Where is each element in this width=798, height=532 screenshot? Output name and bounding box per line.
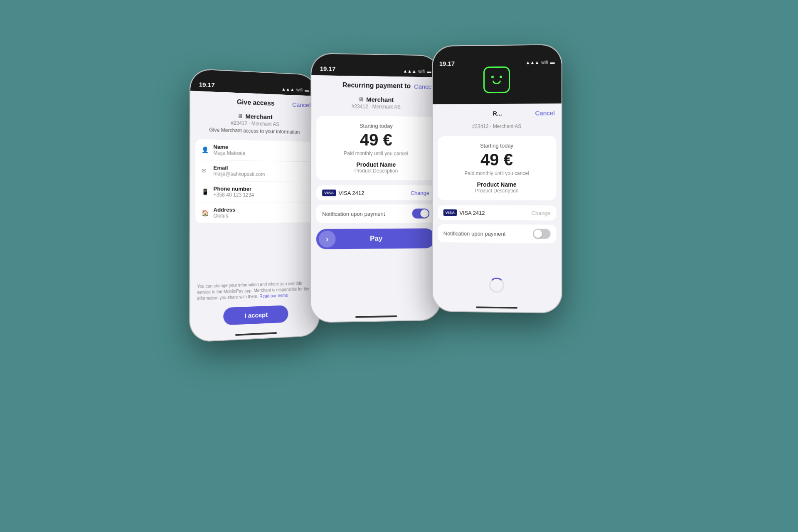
visa-badge-2: VISA bbox=[322, 190, 336, 196]
face-id-mouth bbox=[493, 80, 501, 84]
cancel-button-2[interactable]: Cancel bbox=[414, 83, 433, 90]
signal-icon-3: ▲▲▲ bbox=[526, 60, 539, 65]
screen-header-2: Recurring payment to Cancel bbox=[311, 75, 439, 94]
product-name-3: Product Name bbox=[443, 181, 551, 188]
footer-text-1: You can change your information and wher… bbox=[190, 276, 319, 306]
home-indicator-2 bbox=[311, 311, 441, 322]
battery-icon-2: ▬ bbox=[427, 69, 431, 74]
header-title-3: R... bbox=[493, 110, 502, 116]
visa-number-3: VISA 2412 bbox=[459, 209, 485, 216]
billing-desc-3: Paid monthly until you cancel bbox=[443, 170, 551, 176]
screen-header-3: R... Cancel bbox=[433, 103, 562, 121]
screen-2: Recurring payment to Cancel 🖥 Merchant #… bbox=[311, 75, 440, 313]
address-value: Oletus bbox=[213, 213, 235, 219]
merchant-section-2: 🖥 Merchant #23412 · Merchant AS bbox=[311, 92, 440, 114]
phones-container: 19.17 ▲▲▲ wifi ▬ Give access Cancel 🖥 Me… bbox=[170, 37, 628, 495]
merchant-id-2: #23412 · Merchant AS bbox=[352, 103, 401, 110]
status-time-3: 19.17 bbox=[439, 60, 455, 67]
payment-card-3: Starting today 49 € Paid monthly until y… bbox=[438, 135, 557, 200]
merchant-id-3: #23412 · Merchant AS bbox=[472, 123, 522, 130]
cancel-button-3[interactable]: Cancel bbox=[535, 109, 555, 116]
status-icons-1: ▲▲▲ wifi ▬ bbox=[281, 86, 309, 92]
phone-value: +358 40 123 1234 bbox=[213, 192, 254, 198]
visa-row-2: VISA VISA 2412 Change bbox=[316, 185, 435, 200]
screen-3: R... Cancel #23412 · Merchant AS Startin… bbox=[433, 103, 562, 304]
merchant-id-1: #23412 · Merchant AS bbox=[231, 120, 279, 127]
notification-label-3: Notification upon payment bbox=[443, 230, 506, 237]
name-label: Name bbox=[213, 144, 245, 151]
visa-row-3: VISA VISA 2412 Change bbox=[438, 205, 557, 221]
email-row: ✉ Email maija@sahkoposti.com bbox=[195, 160, 313, 182]
pay-button[interactable]: › Pay bbox=[316, 228, 435, 249]
phone-label: Phone number bbox=[213, 185, 254, 192]
face-id-icon bbox=[483, 66, 510, 93]
merchant-icon-1: 🖥 bbox=[238, 113, 243, 119]
signal-icon-2: ▲▲▲ bbox=[403, 69, 416, 74]
merchant-name-1: Merchant bbox=[245, 113, 272, 121]
signal-icon-1: ▲▲▲ bbox=[281, 86, 294, 92]
accept-button[interactable]: I accept bbox=[223, 305, 288, 325]
face-id-eye-left bbox=[491, 76, 494, 78]
merchant-name-2: Merchant bbox=[366, 96, 394, 103]
product-name-2: Product Name bbox=[322, 161, 429, 168]
home-bar-1 bbox=[235, 332, 277, 336]
terms-link-1[interactable]: Read our terms bbox=[259, 293, 288, 298]
pay-arrow-icon: › bbox=[319, 231, 336, 248]
name-row: 👤 Name Maija Maksaja bbox=[195, 139, 313, 162]
visa-badge-3: VISA bbox=[443, 209, 457, 216]
notification-row-2: Notification upon payment bbox=[316, 204, 435, 223]
merchant-icon-2: 🖥 bbox=[358, 96, 364, 102]
visa-number-2: VISA 2412 bbox=[339, 190, 365, 196]
billing-desc-2: Paid monthly until you cancel bbox=[322, 150, 429, 157]
notification-toggle-2[interactable] bbox=[412, 209, 430, 219]
home-indicator-3 bbox=[433, 303, 562, 313]
status-time-2: 19.17 bbox=[320, 65, 336, 72]
change-link-2[interactable]: Change bbox=[411, 190, 429, 196]
merchant-desc-1: Give Merchant access to your information bbox=[209, 127, 300, 135]
toggle-knob-2 bbox=[420, 209, 429, 218]
phone-icon: 📱 bbox=[202, 188, 209, 195]
person-icon: 👤 bbox=[202, 146, 209, 153]
wifi-icon-2: wifi bbox=[419, 69, 425, 74]
notification-label-2: Notification upon payment bbox=[322, 210, 385, 217]
face-id-eye-right bbox=[500, 75, 502, 78]
battery-icon-3: ▬ bbox=[550, 59, 555, 64]
payment-card-2: Starting today 49 € Paid monthly until y… bbox=[316, 116, 435, 180]
email-value: maija@sahkoposti.com bbox=[213, 171, 265, 177]
price-2: 49 € bbox=[322, 130, 429, 149]
address-label: Address bbox=[213, 207, 235, 213]
notification-row-3: Notification upon payment bbox=[438, 224, 557, 243]
face-id-overlay: 19.17 ▲▲▲ wifi ▬ bbox=[433, 45, 562, 104]
info-card-1: 👤 Name Maija Maksaja ✉ Email maija@sahko… bbox=[195, 139, 313, 224]
starting-today-3: Starting today bbox=[443, 143, 551, 149]
product-desc-2: Product Description bbox=[322, 168, 429, 174]
merchant-section-3: #23412 · Merchant AS bbox=[433, 120, 562, 134]
address-icon: 🏠 bbox=[202, 209, 209, 216]
email-icon: ✉ bbox=[202, 167, 209, 174]
change-link-3: Change bbox=[532, 210, 551, 216]
phone-face-id: 19.17 ▲▲▲ wifi ▬ R. bbox=[433, 45, 562, 313]
starting-today-2: Starting today bbox=[322, 122, 429, 129]
merchant-section-1: 🖥 Merchant #23412 · Merchant AS Give Mer… bbox=[190, 108, 317, 140]
header-title-2: Recurring payment to bbox=[342, 81, 411, 90]
wifi-icon-1: wifi bbox=[296, 87, 303, 92]
battery-icon-1: ▬ bbox=[305, 88, 309, 93]
name-value: Maija Maksaja bbox=[213, 150, 245, 156]
phone-row: 📱 Phone number +358 40 123 1234 bbox=[195, 181, 313, 202]
pay-label: Pay bbox=[370, 234, 382, 243]
notification-toggle-3 bbox=[533, 229, 550, 239]
product-desc-3: Product Description bbox=[443, 188, 551, 194]
phone-give-access: 19.17 ▲▲▲ wifi ▬ Give access Cancel 🖥 Me… bbox=[190, 69, 319, 341]
address-row: 🏠 Address Oletus bbox=[195, 202, 313, 223]
status-bar-2: 19.17 ▲▲▲ wifi ▬ bbox=[311, 54, 439, 77]
price-3: 49 € bbox=[443, 150, 551, 169]
status-time-1: 19.17 bbox=[199, 81, 215, 89]
cancel-button-1[interactable]: Cancel bbox=[292, 101, 310, 108]
loading-spinner-container bbox=[433, 269, 562, 302]
home-bar-3 bbox=[476, 306, 517, 308]
home-bar-2 bbox=[355, 315, 397, 318]
email-label: Email bbox=[213, 165, 265, 172]
header-title-1: Give access bbox=[237, 99, 275, 107]
screen-1: Give access Cancel 🖥 Merchant #23412 · M… bbox=[190, 91, 319, 332]
phone-payment: 19.17 ▲▲▲ wifi ▬ Recurring payment to Ca… bbox=[311, 54, 441, 322]
